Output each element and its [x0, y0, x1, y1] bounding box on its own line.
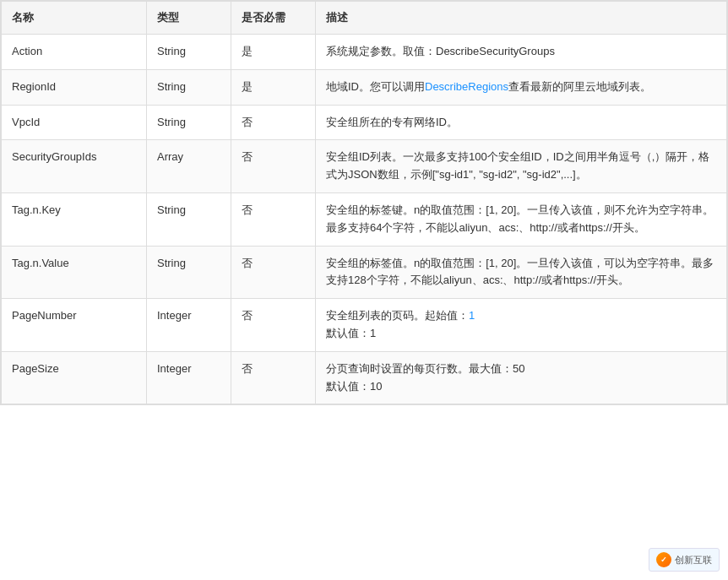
table-row: Tag.n.ValueString否安全组的标签值。n的取值范围：[1, 20]…: [2, 246, 727, 299]
cell-name: PageNumber: [2, 299, 147, 352]
header-name: 名称: [2, 2, 147, 35]
cell-required: 否: [231, 351, 316, 404]
cell-required: 是: [231, 69, 316, 105]
desc-text: 安全组ID列表。一次最多支持100个安全组ID，ID之间用半角逗号（,）隔开，格…: [326, 150, 709, 181]
cell-name: Action: [2, 35, 147, 70]
cell-type: String: [147, 105, 231, 140]
table-row: RegionIdString是地域ID。您可以调用DescribeRegions…: [2, 69, 727, 105]
cell-description: 安全组的标签值。n的取值范围：[1, 20]。一旦传入该值，可以为空字符串。最多…: [316, 246, 727, 299]
cell-type: String: [147, 35, 231, 70]
cell-type: Array: [147, 140, 231, 193]
cell-type: Integer: [147, 351, 231, 404]
desc-text: 安全组的标签键。n的取值范围：[1, 20]。一旦传入该值，则不允许为空字符串。…: [326, 203, 714, 234]
cell-required: 否: [231, 140, 316, 193]
cell-description: 地域ID。您可以调用DescribeRegions查看最新的阿里云地域列表。: [316, 69, 727, 105]
cell-name: Tag.n.Value: [2, 246, 147, 299]
cell-name: SecurityGroupIds: [2, 140, 147, 193]
desc-link[interactable]: 1: [469, 309, 475, 322]
cell-description: 安全组所在的专有网络ID。: [316, 105, 727, 140]
table-row: Tag.n.KeyString否安全组的标签键。n的取值范围：[1, 20]。一…: [2, 192, 727, 246]
desc-text: 系统规定参数。取值：DescribeSecurityGroups: [326, 45, 555, 57]
desc-text: 分页查询时设置的每页行数。最大值：50: [326, 362, 524, 375]
header-required: 是否必需: [231, 2, 316, 35]
cell-type: String: [147, 192, 231, 246]
table-row: PageSizeInteger否分页查询时设置的每页行数。最大值：50默认值：1…: [2, 351, 727, 404]
desc-text: 安全组的标签值。n的取值范围：[1, 20]。一旦传入该值，可以为空字符串。最多…: [326, 257, 714, 287]
cell-description: 安全组的标签键。n的取值范围：[1, 20]。一旦传入该值，则不允许为空字符串。…: [316, 192, 727, 246]
cell-required: 否: [231, 192, 316, 246]
cell-name: VpcId: [2, 105, 147, 140]
desc-default: 默认值：10: [326, 380, 382, 393]
params-table: 名称 类型 是否必需 描述 ActionString是系统规定参数。取值：Des…: [0, 0, 728, 405]
desc-link[interactable]: DescribeRegions: [425, 80, 508, 93]
desc-text: 查看最新的阿里云地域列表。: [508, 80, 651, 93]
cell-required: 否: [231, 246, 316, 299]
cell-description: 安全组ID列表。一次最多支持100个安全组ID，ID之间用半角逗号（,）隔开，格…: [316, 140, 727, 193]
cell-description: 分页查询时设置的每页行数。最大值：50默认值：10: [316, 351, 727, 404]
table-row: SecurityGroupIdsArray否安全组ID列表。一次最多支持100个…: [2, 140, 727, 193]
table-row: ActionString是系统规定参数。取值：DescribeSecurityG…: [2, 35, 727, 70]
header-description: 描述: [316, 2, 727, 35]
cell-required: 否: [231, 299, 316, 352]
desc-text: 安全组所在的专有网络ID。: [326, 116, 458, 128]
cell-name: RegionId: [2, 69, 147, 105]
header-type: 类型: [147, 2, 231, 35]
desc-text: 地域ID。您可以调用: [326, 80, 425, 93]
desc-text: 安全组列表的页码。起始值：: [326, 309, 469, 322]
cell-description: 安全组列表的页码。起始值：1默认值：1: [316, 299, 727, 352]
table-row: VpcIdString否安全组所在的专有网络ID。: [2, 105, 727, 140]
cell-type: String: [147, 69, 231, 105]
cell-type: Integer: [147, 299, 231, 352]
cell-name: PageSize: [2, 351, 147, 404]
cell-required: 否: [231, 105, 316, 140]
desc-default: 默认值：1: [326, 327, 376, 339]
table-row: PageNumberInteger否安全组列表的页码。起始值：1默认值：1: [2, 299, 727, 352]
cell-required: 是: [231, 35, 316, 70]
cell-type: String: [147, 246, 231, 299]
cell-name: Tag.n.Key: [2, 192, 147, 246]
cell-description: 系统规定参数。取值：DescribeSecurityGroups: [316, 35, 727, 70]
